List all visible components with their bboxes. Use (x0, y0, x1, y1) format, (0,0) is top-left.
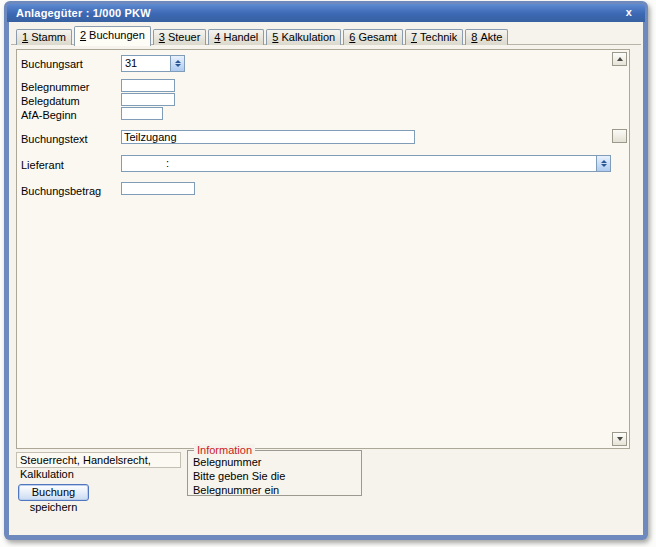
tab-accel: 5 (272, 31, 278, 43)
arrow-up-icon (617, 57, 623, 61)
information-groupbox: Information Belegnummer Bitte geben Sie … (187, 450, 362, 496)
arrow-down-icon (617, 437, 623, 441)
tab-page-buchungen: Buchungsart 31 Belegnummer Belegdatum Af… (11, 44, 641, 534)
tab-buchungen[interactable]: 2Buchungen (74, 26, 151, 46)
tab-accel: 8 (471, 31, 477, 43)
tab-label: Steuer (168, 31, 200, 43)
tab-accel: 1 (22, 31, 28, 43)
buchungstext-input[interactable] (121, 130, 415, 144)
scrollbar-down-button[interactable] (612, 432, 627, 446)
belegnummer-input[interactable] (121, 79, 175, 92)
tab-accel: 2 (80, 29, 86, 41)
tab-handel[interactable]: 4Handel (208, 29, 264, 45)
tab-accel: 3 (159, 31, 165, 43)
window-title: Anlagegüter : 1/000 PKW (16, 7, 151, 19)
lieferant-label: Lieferant (21, 159, 64, 171)
window-content: 1Stamm 2Buchungen 3Steuer 4Handel 5Kalku… (9, 22, 643, 535)
tab-label: Buchungen (89, 29, 145, 41)
title-bar: Anlagegüter : 1/000 PKW x (7, 4, 645, 22)
tab-gesamt[interactable]: 6Gesamt (343, 29, 403, 45)
lieferant-select[interactable]: : (121, 155, 611, 172)
scrollbar-thumb[interactable] (612, 129, 627, 143)
tab-akte[interactable]: 8Akte (465, 29, 508, 45)
app-window: Anlagegüter : 1/000 PKW x 1Stamm 2Buchun… (4, 1, 648, 540)
lieferant-value: : (122, 156, 596, 171)
close-icon[interactable]: x (623, 4, 635, 22)
tab-accel: 4 (214, 31, 220, 43)
tab-accel: 6 (349, 31, 355, 43)
info-line: Bitte geben Sie die Belegnummer ein (188, 469, 361, 497)
tab-technik[interactable]: 7Technik (405, 29, 463, 45)
belegnummer-label: Belegnummer (21, 81, 89, 93)
scrollbar-up-button[interactable] (612, 52, 627, 66)
tab-label: Stamm (31, 31, 66, 43)
save-booking-button[interactable]: Buchung speichern (18, 484, 89, 501)
tab-kalkulation[interactable]: 5Kalkulation (266, 29, 341, 45)
buchungsart-label: Buchungsart (21, 58, 83, 70)
scope-status-text: Steuerrecht, Handelsrecht, Kalkulation (16, 452, 181, 468)
afa-beginn-label: AfA-Beginn (21, 109, 77, 121)
booking-form-panel: Buchungsart 31 Belegnummer Belegdatum Af… (16, 49, 630, 449)
tab-strip: 1Stamm 2Buchungen 3Steuer 4Handel 5Kalku… (16, 27, 510, 45)
afa-beginn-input[interactable] (121, 107, 163, 120)
tab-label: Technik (420, 31, 457, 43)
tab-label: Gesamt (358, 31, 397, 43)
info-line: Belegnummer (188, 455, 361, 469)
buchungsart-value: 31 (122, 56, 170, 71)
vertical-scrollbar[interactable] (612, 52, 627, 446)
spinner-icon[interactable] (170, 56, 184, 71)
belegdatum-input[interactable] (121, 93, 175, 106)
tab-label: Akte (480, 31, 502, 43)
buchungsart-select[interactable]: 31 (121, 55, 185, 72)
tab-stamm[interactable]: 1Stamm (16, 29, 72, 45)
tab-label: Kalkulation (281, 31, 335, 43)
information-groupbox-title: Information (194, 444, 255, 456)
buchungstext-label: Buchungstext (21, 133, 88, 145)
belegdatum-label: Belegdatum (21, 95, 80, 107)
buchungsbetrag-label: Buchungsbetrag (21, 185, 101, 197)
chevron-down-icon[interactable] (596, 156, 610, 171)
tab-label: Handel (223, 31, 258, 43)
buchungsbetrag-input[interactable] (121, 182, 195, 195)
tab-steuer[interactable]: 3Steuer (153, 29, 207, 45)
tab-accel: 7 (411, 31, 417, 43)
